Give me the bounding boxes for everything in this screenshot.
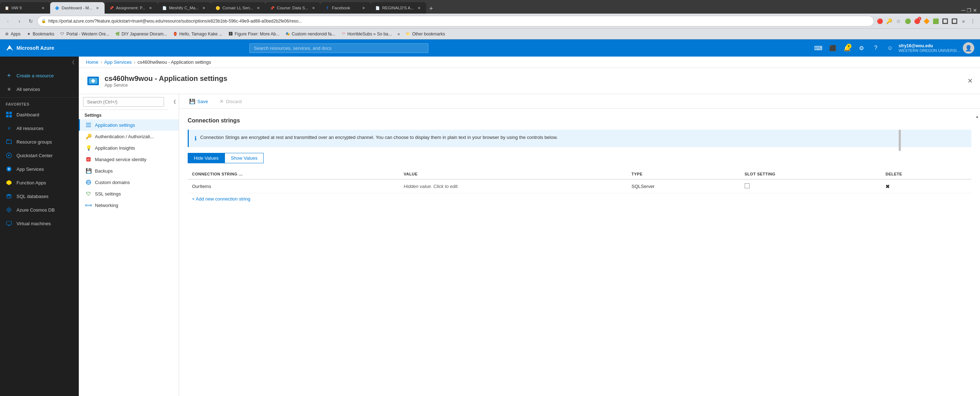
star-icon[interactable]: ☆ xyxy=(894,17,903,25)
sidebar-item-app-services[interactable]: App Services xyxy=(0,162,79,176)
extension-icon-7[interactable]: 🔲 xyxy=(950,17,959,25)
back-button[interactable]: ‹ xyxy=(3,16,13,26)
resource-close-button[interactable]: ✕ xyxy=(967,77,973,85)
user-avatar[interactable]: 👤 xyxy=(963,42,974,54)
azure-app: Microsoft Azure ⌨ ⬛ 🔔 5 ⚙ ? ☺ sfry16@wou… xyxy=(0,40,980,396)
more-extensions-icon[interactable]: » xyxy=(959,17,968,25)
tab-facebook[interactable]: f Facebook ✕ xyxy=(321,2,371,14)
sidebar-item-sql-databases[interactable]: SQL databases xyxy=(0,189,79,203)
bookmark-portal[interactable]: 🛡 Portal - Western Ore... xyxy=(58,31,111,37)
bookmark-tamago[interactable]: 🏮 Hello, Tamago Kake ... xyxy=(171,31,224,37)
svg-rect-0 xyxy=(6,112,9,114)
forward-button[interactable]: › xyxy=(14,16,24,26)
tab-close-reginald[interactable]: ✕ xyxy=(416,5,422,11)
hide-values-button[interactable]: Hide Values xyxy=(188,153,224,163)
bookmark-diy[interactable]: 🌿 DIY Japanese Dioram... xyxy=(113,31,169,37)
sidebar-item-quickstart[interactable]: Quickstart Center xyxy=(0,149,79,162)
breadcrumb-sep-1: › xyxy=(101,59,102,65)
cloud-shell-icon[interactable]: ⌨ xyxy=(813,42,824,54)
add-link-text[interactable]: + Add new connection string xyxy=(188,193,255,204)
user-profile[interactable]: sfry16@wou.edu WESTERN OREGON UNIVERSI..… xyxy=(899,42,974,54)
tab-favicon-assignment: 📌 xyxy=(109,5,114,10)
bookmark-bookmarks[interactable]: ★ Bookmarks xyxy=(25,31,56,37)
bookmark-label-portal: Portal - Western Ore... xyxy=(66,32,109,37)
tab-hw9[interactable]: 📋 HW 9 ✕ xyxy=(0,2,50,14)
help-icon[interactable]: ? xyxy=(870,42,881,54)
tab-assignment[interactable]: 📌 Assignment: P... ✕ xyxy=(105,2,158,14)
notifications-icon[interactable]: 🔔 5 xyxy=(842,42,853,54)
sidebar-item-create[interactable]: + Create a resource xyxy=(0,69,79,82)
tab-corsair[interactable]: 🟡 Corsair LL Seri... ✕ xyxy=(211,2,266,14)
new-tab-button[interactable]: + xyxy=(426,3,436,14)
discard-button[interactable]: ✕ Discard xyxy=(217,97,245,106)
close-window-button[interactable]: ✕ xyxy=(973,8,977,13)
address-bar[interactable]: 🔒 https://portal.azure.com/?feature.quic… xyxy=(37,16,874,27)
row-delete[interactable]: ✖ xyxy=(881,180,971,193)
slot-setting-checkbox[interactable] xyxy=(745,183,750,188)
resource-icon xyxy=(86,74,100,88)
extension-icon-2[interactable]: 🟢 xyxy=(904,17,912,25)
refresh-button[interactable]: ↻ xyxy=(26,16,36,26)
tab-close-meshify[interactable]: ✕ xyxy=(201,5,207,11)
sidebar-collapse-button[interactable]: 《 xyxy=(70,59,75,66)
delete-button[interactable]: ✖ xyxy=(885,184,890,189)
panel-item-networking[interactable]: ⟺ Networking xyxy=(79,199,179,211)
azure-search-input[interactable] xyxy=(249,43,428,53)
tab-close-facebook[interactable]: ✕ xyxy=(361,5,366,11)
tab-close-dashboard[interactable]: ✕ xyxy=(95,5,100,11)
tab-reginald[interactable]: 📄 REGINALD'S A... ✕ xyxy=(371,2,426,14)
feedback-icon[interactable]: ⬛ xyxy=(827,42,838,54)
custom-domains-label: Custom domains xyxy=(95,180,130,185)
tab-close-hw9[interactable]: ✕ xyxy=(40,5,46,11)
extension-icon-3[interactable]: 🔴 0 xyxy=(913,17,921,25)
settings-icon[interactable]: ⚙ xyxy=(856,42,867,54)
bookmark-apps[interactable]: ⊞ Apps xyxy=(3,31,22,37)
sidebar-item-all-resources[interactable]: ≡ All resources xyxy=(0,121,79,135)
notification-badge: 5 xyxy=(846,44,851,49)
panel-item-backups[interactable]: 💾 Backups xyxy=(79,165,179,177)
maximize-button[interactable]: ❐ xyxy=(967,8,971,13)
bookmark-more[interactable]: » xyxy=(396,31,401,37)
tab-meshify[interactable]: 📄 Meshify C_Ma... ✕ xyxy=(158,2,211,14)
menu-icon[interactable]: ⋮ xyxy=(969,17,977,25)
smiley-icon[interactable]: ☺ xyxy=(885,42,896,54)
tab-course[interactable]: 📌 Course: Data S... ✕ xyxy=(266,2,321,14)
breadcrumb-home[interactable]: Home xyxy=(86,59,99,65)
add-connection-string-link[interactable]: + Add new connection string xyxy=(188,193,971,204)
extension-icon-6[interactable]: 🔲 xyxy=(940,17,949,25)
sidebar-item-cosmos-db[interactable]: Azure Cosmos DB xyxy=(0,203,79,216)
sidebar-item-dashboard[interactable]: Dashboard xyxy=(0,108,79,121)
breadcrumb-app-services[interactable]: App Services xyxy=(104,59,132,65)
panel-item-application-settings[interactable]: Application settings xyxy=(79,119,179,131)
sidebar-item-resource-groups[interactable]: Resource groups xyxy=(0,135,79,149)
show-values-button[interactable]: Show Values xyxy=(224,153,264,163)
bookmark-figurefixer[interactable]: 🅱 Figure Fixer: More Ab... xyxy=(227,31,281,37)
minimize-button[interactable]: ─ xyxy=(961,7,965,14)
left-panel-search-input[interactable] xyxy=(83,97,164,107)
sidebar-item-all-services[interactable]: ≡ All services xyxy=(0,82,79,96)
scrollbar-up-button[interactable]: ▲ xyxy=(975,115,979,119)
panel-item-app-insights[interactable]: 💡 Application Insights xyxy=(79,142,179,154)
tab-close-corsair[interactable]: ✕ xyxy=(255,5,261,11)
hidden-value-text[interactable]: Hidden value. Click to edit. xyxy=(404,184,459,189)
bookmark-other[interactable]: 📁 Other bookmarks xyxy=(404,31,446,37)
bookmark-horriblesubs[interactable]: 🎌 HorribleSubs » So ba... xyxy=(340,31,393,37)
tab-close-assignment[interactable]: ✕ xyxy=(148,5,153,11)
bookmark-nendoroid[interactable]: 🎭 Custom nendoroid fa... xyxy=(284,31,336,37)
row-value[interactable]: Hidden value. Click to edit. xyxy=(399,180,627,193)
extension-icon-1[interactable]: 🔴 xyxy=(875,17,884,25)
sidebar-item-virtual-machines[interactable]: Virtual machines xyxy=(0,216,79,230)
panel-item-ssl-settings[interactable]: 🛡 SSL settings xyxy=(79,188,179,199)
tab-dashboard[interactable]: 🔷 Dashboard - M... ✕ xyxy=(50,2,105,14)
save-button[interactable]: 💾 Save xyxy=(186,97,211,106)
panel-item-authentication[interactable]: 🔑 Authentication / Authorizati... xyxy=(79,131,179,142)
panel-collapse-button[interactable]: 《 xyxy=(169,96,179,108)
row-slot-setting[interactable] xyxy=(740,180,881,193)
tab-close-course[interactable]: ✕ xyxy=(310,5,316,11)
panel-item-managed-identity[interactable]: ID Managed service identity xyxy=(79,154,179,165)
extension-icon-5[interactable]: 🟩 xyxy=(931,17,940,25)
extension-icon-4[interactable]: 🔶 xyxy=(922,17,931,25)
sidebar-item-function-apps[interactable]: ⚡ Function Apps xyxy=(0,176,79,189)
panel-item-custom-domains[interactable]: Custom domains xyxy=(79,177,179,188)
key-icon[interactable]: 🔑 xyxy=(885,17,893,25)
